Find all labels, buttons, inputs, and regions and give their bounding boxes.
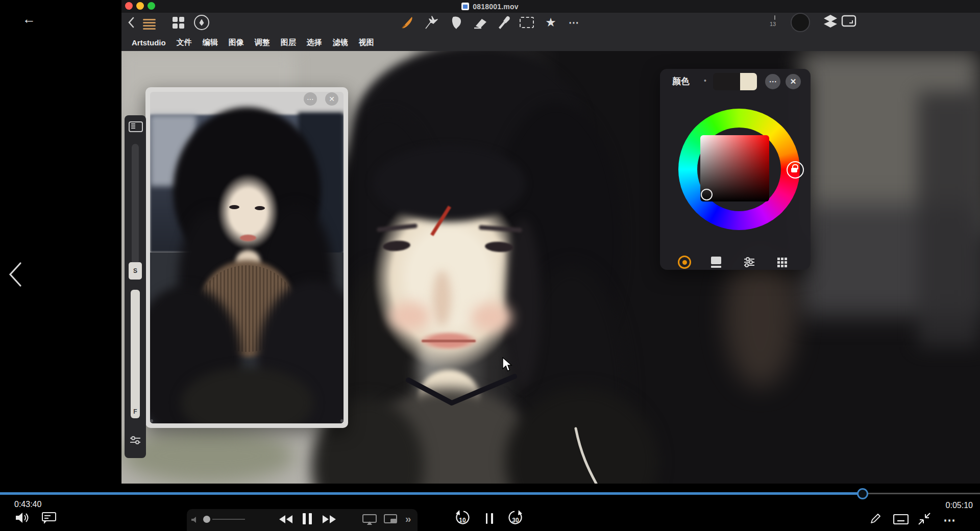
- layers-button[interactable]: [822, 14, 839, 30]
- skip-forward-button[interactable]: 30: [506, 510, 525, 528]
- progress-fill: [0, 492, 863, 495]
- tab-sliders[interactable]: [739, 254, 760, 271]
- slider-settings-button[interactable]: [129, 436, 141, 447]
- menu-select[interactable]: 选择: [307, 38, 322, 47]
- reference-close-button[interactable]: ✕: [325, 92, 338, 106]
- traffic-light-minimize[interactable]: [136, 2, 144, 10]
- menu-layer[interactable]: 图层: [281, 38, 296, 47]
- traffic-light-close[interactable]: [125, 2, 133, 10]
- pause-button[interactable]: [301, 513, 313, 526]
- mute-button[interactable]: [14, 511, 30, 526]
- menu-view[interactable]: 视图: [359, 38, 374, 47]
- color-swatch-pair[interactable]: [713, 73, 757, 90]
- size-slider-thumb[interactable]: S: [129, 262, 142, 280]
- airplay-icon: [362, 514, 377, 525]
- expand-frame-icon: [841, 15, 856, 27]
- pip-button[interactable]: [384, 514, 398, 527]
- annotate-button[interactable]: [869, 512, 882, 527]
- size-slider-label: S: [133, 267, 137, 274]
- flow-slider-track[interactable]: F: [131, 290, 140, 418]
- sliders-tab-icon: [743, 257, 755, 267]
- tab-color-wheel[interactable]: [674, 254, 695, 271]
- brush-size-tick: [774, 15, 775, 20]
- hue-lock-handle[interactable]: [787, 161, 804, 179]
- reference-photo: [150, 92, 344, 423]
- artstudio-chrome: ★ ⋯ 13 Artstudio 文件 编辑 图像 调整 图层 选择 滤镜: [121, 13, 980, 51]
- brush-size-value: 13: [770, 21, 776, 27]
- ellipsis-icon: ⋯: [769, 77, 777, 86]
- volume-knob[interactable]: [203, 516, 210, 523]
- secondary-color-swatch[interactable]: [740, 73, 757, 90]
- current-color-button[interactable]: [791, 13, 810, 32]
- menu-edit[interactable]: 编辑: [203, 38, 218, 47]
- select-tool-button[interactable]: [518, 15, 535, 30]
- reference-window[interactable]: ⋯ ✕: [145, 87, 348, 428]
- traffic-light-zoom[interactable]: [148, 2, 155, 10]
- keyboard-overlay-button[interactable]: [893, 514, 909, 526]
- subtitle-icon: [42, 512, 56, 524]
- airplay-button[interactable]: [362, 514, 377, 527]
- photo-eye: [255, 206, 265, 210]
- color-panel-close-button[interactable]: ✕: [786, 74, 801, 89]
- resize-handle[interactable]: [340, 419, 344, 422]
- tab-palette[interactable]: [772, 254, 792, 271]
- previous-video-button[interactable]: [5, 259, 26, 292]
- tab-gradient[interactable]: [706, 254, 726, 271]
- paint-tool-button[interactable]: [398, 15, 415, 30]
- skip-forward-label: 30: [506, 517, 525, 524]
- color-panel-title: 颜色: [672, 75, 690, 87]
- video-file-icon: [461, 3, 469, 10]
- primary-color-swatch[interactable]: [713, 73, 740, 90]
- eraser-icon: [473, 16, 488, 29]
- sv-cursor[interactable]: [701, 189, 713, 200]
- resize-handle[interactable]: [150, 419, 153, 422]
- pause-button-small[interactable]: [484, 513, 495, 526]
- picture-in-picture-icon: [384, 514, 398, 525]
- sliders-icon: [129, 436, 141, 445]
- collapse-arrows-icon: [918, 512, 931, 525]
- menu-artstudio[interactable]: Artstudio: [132, 38, 166, 47]
- more-controls-chevrons[interactable]: ››: [405, 513, 410, 525]
- eyedropper-tool-button[interactable]: [495, 15, 512, 30]
- chevron-left-icon: [5, 259, 26, 290]
- photo-eye: [229, 205, 239, 209]
- volume-track[interactable]: [212, 519, 245, 520]
- exit-fullscreen-button[interactable]: [918, 512, 931, 527]
- app-back-button[interactable]: [122, 15, 140, 30]
- panel-toggle-button[interactable]: [129, 121, 143, 132]
- reference-more-button[interactable]: ⋯: [304, 92, 317, 106]
- gallery-grid-button[interactable]: [169, 15, 187, 30]
- chevron-left-icon: [128, 17, 135, 28]
- color-panel-more-button[interactable]: ⋯: [765, 74, 780, 89]
- player-back-button[interactable]: ←: [22, 12, 36, 26]
- menu-image[interactable]: 图像: [229, 38, 244, 47]
- menu-adjust[interactable]: 调整: [255, 38, 270, 47]
- rewind-button[interactable]: [278, 515, 293, 526]
- screen: { "window": { "title": "0818001.mov", "t…: [0, 0, 980, 531]
- wheel-tab-icon: [678, 256, 691, 269]
- brush-icon: [424, 15, 439, 30]
- skip-back-button[interactable]: 10: [453, 510, 472, 528]
- fullscreen-canvas-button[interactable]: [841, 15, 856, 29]
- size-slider-track[interactable]: [132, 144, 139, 264]
- subtitle-button[interactable]: [42, 512, 56, 526]
- paintbrush-icon: [399, 15, 414, 30]
- fast-forward-button[interactable]: [322, 515, 337, 526]
- menu-filter[interactable]: 滤镜: [333, 38, 348, 47]
- smudge-tool-button[interactable]: [448, 15, 465, 30]
- close-icon: ✕: [790, 77, 797, 86]
- pencil-icon: [869, 512, 882, 525]
- color-panel-bullet: •: [704, 77, 706, 85]
- progress-handle[interactable]: [857, 488, 868, 499]
- brush-tool-button[interactable]: [423, 15, 440, 30]
- palette-grid-icon: [777, 258, 787, 267]
- player-titlebar: 0818001.mov: [0, 0, 980, 13]
- flow-slider-label: F: [131, 408, 140, 415]
- eraser-tool-button[interactable]: [472, 15, 489, 30]
- menu-file[interactable]: 文件: [177, 38, 192, 47]
- skip-back-label: 10: [453, 517, 472, 524]
- stylus-mode-button[interactable]: [193, 15, 210, 30]
- toolbar-more-button[interactable]: ⋯: [565, 15, 582, 30]
- favorites-button[interactable]: ★: [542, 15, 559, 30]
- menu-hamburger-button[interactable]: [143, 15, 160, 33]
